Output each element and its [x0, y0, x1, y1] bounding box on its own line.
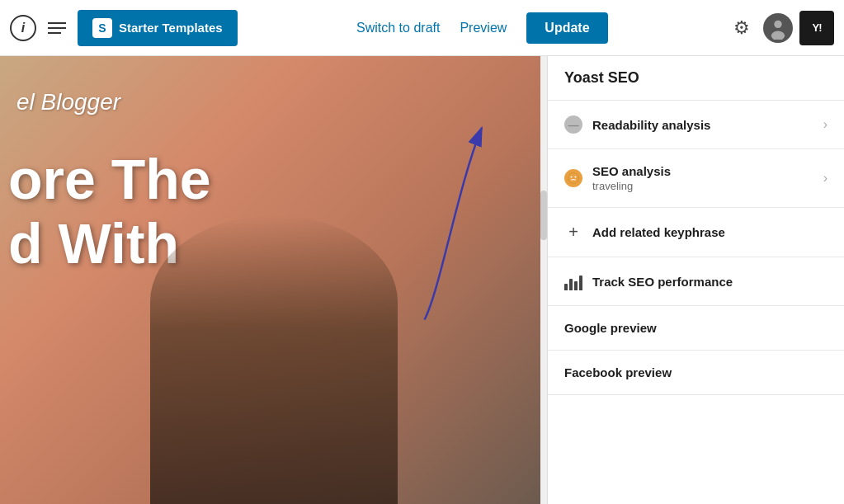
seo-analysis-chevron-icon: › [823, 171, 827, 186]
readability-chevron-icon: › [823, 117, 827, 132]
toolbar-left: i S Starter Templates [10, 10, 238, 46]
user-avatar-icon[interactable] [763, 13, 793, 43]
svg-point-3 [568, 173, 579, 184]
toolbar-right: ⚙ Y! [727, 11, 834, 45]
bar-chart-icon [564, 272, 582, 290]
preview-area: el Blogger ore The d With [0, 56, 547, 504]
track-seo-row[interactable]: Track SEO performance [548, 257, 844, 306]
starter-templates-button[interactable]: S Starter Templates [78, 10, 238, 46]
seo-analysis-row[interactable]: SEO analysis traveling › [548, 149, 844, 207]
yoast-badge-icon[interactable]: Y! [799, 11, 834, 45]
facebook-preview-row[interactable]: Facebook preview [548, 351, 844, 395]
settings-gear-icon[interactable]: ⚙ [727, 13, 757, 43]
main-content: el Blogger ore The d With Yoast SEO [0, 56, 844, 504]
seo-analysis-section: SEO analysis traveling › [548, 149, 844, 208]
readability-text: Readability analysis [592, 118, 813, 132]
svg-point-0 [774, 20, 781, 27]
readability-section: — Readability analysis › [548, 101, 844, 149]
svg-point-4 [571, 177, 573, 178]
toolbar-center: Switch to draft Preview Update [246, 12, 719, 44]
svg-point-1 [771, 31, 785, 40]
switch-to-draft-link[interactable]: Switch to draft [356, 21, 440, 35]
preview-figure [150, 215, 398, 504]
readability-status-icon: — [564, 115, 582, 134]
s-logo-icon: S [92, 18, 112, 38]
update-button[interactable]: Update [526, 12, 607, 44]
hamburger-menu-icon[interactable] [45, 19, 69, 37]
preview-top-text: el Blogger [17, 89, 120, 115]
yoast-header: Yoast SEO [548, 56, 844, 101]
preview-link[interactable]: Preview [460, 21, 507, 35]
plus-icon: + [564, 223, 582, 242]
svg-point-5 [575, 177, 577, 178]
google-preview-row[interactable]: Google preview [548, 306, 844, 351]
seo-analysis-text: SEO analysis traveling [592, 164, 813, 192]
toolbar: i S Starter Templates Switch to draft Pr… [0, 0, 844, 56]
add-keyphrase-row[interactable]: + Add related keyphrase [548, 208, 844, 257]
info-icon[interactable]: i [10, 15, 36, 41]
seo-status-icon [564, 169, 582, 187]
scroll-thumb[interactable] [540, 191, 547, 240]
readability-row[interactable]: — Readability analysis › [548, 101, 844, 148]
scroll-handle[interactable] [540, 56, 547, 504]
yoast-seo-panel: Yoast SEO — Readability analysis › [547, 56, 844, 504]
